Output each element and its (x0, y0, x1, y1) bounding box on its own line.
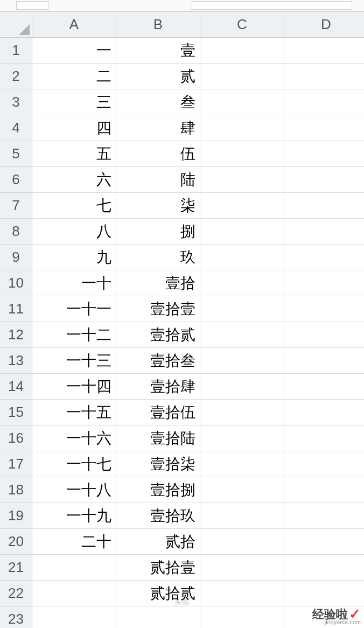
cell-C20[interactable] (200, 529, 284, 555)
row-header-6[interactable]: 6 (0, 167, 32, 193)
cell-D7[interactable] (284, 193, 364, 219)
cell-B14[interactable]: 壹拾肆 (116, 374, 200, 400)
cell-B9[interactable]: 玖 (116, 245, 200, 270)
cell-D13[interactable] (284, 348, 364, 374)
cell-C4[interactable] (200, 115, 284, 141)
cell-B13[interactable]: 壹拾叁 (116, 348, 200, 374)
cell-C16[interactable] (200, 425, 284, 451)
cell-C1[interactable] (200, 38, 284, 64)
cell-A15[interactable]: 一十五 (32, 400, 116, 425)
row-header-23[interactable]: 23 (0, 606, 32, 628)
cell-D11[interactable] (284, 296, 364, 322)
row-header-21[interactable]: 21 (0, 555, 32, 581)
cell-A21[interactable] (32, 555, 116, 581)
row-header-11[interactable]: 11 (0, 296, 32, 322)
cell-D9[interactable] (284, 245, 364, 270)
cell-D5[interactable] (284, 141, 364, 167)
col-header-D[interactable]: D (284, 12, 364, 38)
cell-D12[interactable] (284, 322, 364, 348)
cell-A18[interactable]: 一十八 (32, 477, 116, 503)
cell-A7[interactable]: 七 (32, 193, 116, 219)
row-header-17[interactable]: 17 (0, 451, 32, 477)
cell-B12[interactable]: 壹拾贰 (116, 322, 200, 348)
name-box[interactable] (16, 1, 48, 10)
row-header-10[interactable]: 10 (0, 270, 32, 296)
cell-D1[interactable] (284, 38, 364, 64)
cell-C19[interactable] (200, 503, 284, 529)
cell-B18[interactable]: 壹拾捌 (116, 477, 200, 503)
row-header-2[interactable]: 2 (0, 64, 32, 89)
cell-C8[interactable] (200, 219, 284, 245)
cell-A5[interactable]: 五 (32, 141, 116, 167)
cell-D17[interactable] (284, 451, 364, 477)
row-header-9[interactable]: 9 (0, 245, 32, 270)
select-all-corner[interactable] (0, 12, 32, 38)
cell-B1[interactable]: 壹 (116, 38, 200, 64)
cell-B3[interactable]: 叁 (116, 89, 200, 115)
row-header-22[interactable]: 22 (0, 581, 32, 606)
row-header-8[interactable]: 8 (0, 219, 32, 245)
row-header-19[interactable]: 19 (0, 503, 32, 529)
row-header-1[interactable]: 1 (0, 38, 32, 64)
row-header-4[interactable]: 4 (0, 115, 32, 141)
cell-B7[interactable]: 柒 (116, 193, 200, 219)
cell-B4[interactable]: 肆 (116, 115, 200, 141)
cell-B21[interactable]: 贰拾壹 (116, 555, 200, 581)
cell-A2[interactable]: 二 (32, 64, 116, 89)
cell-D22[interactable] (284, 581, 364, 606)
cell-D10[interactable] (284, 270, 364, 296)
cell-D19[interactable] (284, 503, 364, 529)
cell-A22[interactable] (32, 581, 116, 606)
row-header-15[interactable]: 15 (0, 400, 32, 425)
cell-C7[interactable] (200, 193, 284, 219)
cell-B2[interactable]: 贰 (116, 64, 200, 89)
cell-B17[interactable]: 壹拾柒 (116, 451, 200, 477)
cell-D15[interactable] (284, 400, 364, 425)
cell-D16[interactable] (284, 425, 364, 451)
cell-B5[interactable]: 伍 (116, 141, 200, 167)
cell-D21[interactable] (284, 555, 364, 581)
cell-B6[interactable]: 陆 (116, 167, 200, 193)
cell-A8[interactable]: 八 (32, 219, 116, 245)
cell-A17[interactable]: 一十七 (32, 451, 116, 477)
cell-C21[interactable] (200, 555, 284, 581)
cell-C12[interactable] (200, 322, 284, 348)
cell-A3[interactable]: 三 (32, 89, 116, 115)
cell-B10[interactable]: 壹拾 (116, 270, 200, 296)
cell-D4[interactable] (284, 115, 364, 141)
cell-C14[interactable] (200, 374, 284, 400)
cell-A14[interactable]: 一十四 (32, 374, 116, 400)
cell-B19[interactable]: 壹拾玖 (116, 503, 200, 529)
cell-B15[interactable]: 壹拾伍 (116, 400, 200, 425)
cell-A4[interactable]: 四 (32, 115, 116, 141)
row-header-7[interactable]: 7 (0, 193, 32, 219)
cell-C11[interactable] (200, 296, 284, 322)
row-header-3[interactable]: 3 (0, 89, 32, 115)
cell-A10[interactable]: 一十 (32, 270, 116, 296)
row-header-20[interactable]: 20 (0, 529, 32, 555)
row-header-16[interactable]: 16 (0, 425, 32, 451)
col-header-B[interactable]: B (116, 12, 200, 38)
cell-D6[interactable] (284, 167, 364, 193)
cell-C17[interactable] (200, 451, 284, 477)
cell-D18[interactable] (284, 477, 364, 503)
formula-input[interactable] (191, 1, 352, 10)
cell-C2[interactable] (200, 64, 284, 89)
cell-C23[interactable] (200, 606, 284, 628)
cell-C18[interactable] (200, 477, 284, 503)
cell-D8[interactable] (284, 219, 364, 245)
row-header-12[interactable]: 12 (0, 322, 32, 348)
cell-C10[interactable] (200, 270, 284, 296)
cell-C22[interactable] (200, 581, 284, 606)
cell-B23[interactable] (116, 606, 200, 628)
col-header-C[interactable]: C (200, 12, 284, 38)
cell-B11[interactable]: 壹拾壹 (116, 296, 200, 322)
cell-D14[interactable] (284, 374, 364, 400)
cell-D3[interactable] (284, 89, 364, 115)
cell-A23[interactable] (32, 606, 116, 628)
cell-A13[interactable]: 一十三 (32, 348, 116, 374)
cell-C3[interactable] (200, 89, 284, 115)
cell-B16[interactable]: 壹拾陆 (116, 425, 200, 451)
cell-A1[interactable]: 一 (32, 38, 116, 64)
cell-A19[interactable]: 一十九 (32, 503, 116, 529)
